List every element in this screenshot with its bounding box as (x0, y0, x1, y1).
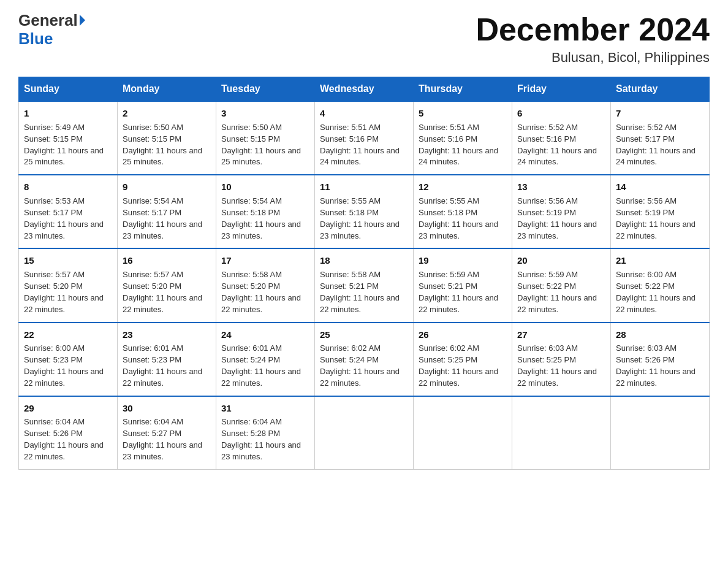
day-cell: 16Sunrise: 5:57 AMSunset: 5:20 PMDayligh… (118, 248, 216, 322)
day-cell: 28Sunrise: 6:03 AMSunset: 5:26 PMDayligh… (611, 323, 710, 396)
month-title: December 2024 (476, 12, 710, 47)
day-info: Sunrise: 6:00 AMSunset: 5:23 PMDaylight:… (24, 343, 104, 388)
day-cell: 25Sunrise: 6:02 AMSunset: 5:24 PMDayligh… (315, 323, 414, 396)
day-number: 28 (616, 328, 704, 342)
day-number: 29 (24, 402, 112, 415)
day-cell: 20Sunrise: 5:59 AMSunset: 5:22 PMDayligh… (512, 248, 611, 322)
day-info: Sunrise: 6:02 AMSunset: 5:25 PMDaylight:… (419, 343, 498, 388)
day-number: 20 (517, 254, 605, 267)
week-row-3: 15Sunrise: 5:57 AMSunset: 5:20 PMDayligh… (19, 248, 710, 322)
day-number: 6 (517, 107, 605, 120)
day-number: 14 (616, 180, 704, 194)
day-info: Sunrise: 5:55 AMSunset: 5:18 PMDaylight:… (320, 196, 400, 240)
day-cell: 30Sunrise: 6:04 AMSunset: 5:27 PMDayligh… (118, 396, 216, 470)
week-row-5: 29Sunrise: 6:04 AMSunset: 5:26 PMDayligh… (19, 396, 710, 470)
day-info: Sunrise: 6:00 AMSunset: 5:22 PMDaylight:… (616, 270, 696, 314)
day-cell: 17Sunrise: 5:58 AMSunset: 5:20 PMDayligh… (216, 248, 315, 322)
header-cell-monday: Monday (118, 77, 216, 102)
day-number: 31 (221, 402, 309, 415)
day-cell: 18Sunrise: 5:58 AMSunset: 5:21 PMDayligh… (315, 248, 414, 322)
day-info: Sunrise: 6:01 AMSunset: 5:24 PMDaylight:… (221, 343, 301, 388)
week-row-2: 8Sunrise: 5:53 AMSunset: 5:17 PMDaylight… (19, 175, 710, 248)
day-cell: 6Sunrise: 5:52 AMSunset: 5:16 PMDaylight… (512, 101, 611, 175)
calendar-header: SundayMondayTuesdayWednesdayThursdayFrid… (19, 77, 710, 102)
header-cell-thursday: Thursday (414, 77, 512, 102)
day-number: 7 (616, 107, 704, 120)
day-cell: 11Sunrise: 5:55 AMSunset: 5:18 PMDayligh… (315, 175, 414, 248)
day-info: Sunrise: 5:53 AMSunset: 5:17 PMDaylight:… (24, 196, 104, 240)
day-number: 15 (24, 254, 112, 267)
day-info: Sunrise: 5:52 AMSunset: 5:16 PMDaylight:… (517, 123, 597, 167)
day-cell: 23Sunrise: 6:01 AMSunset: 5:23 PMDayligh… (118, 323, 216, 396)
day-cell: 29Sunrise: 6:04 AMSunset: 5:26 PMDayligh… (19, 396, 118, 470)
day-info: Sunrise: 6:04 AMSunset: 5:26 PMDaylight:… (24, 417, 104, 461)
day-number: 8 (24, 180, 112, 194)
day-cell: 13Sunrise: 5:56 AMSunset: 5:19 PMDayligh… (512, 175, 611, 248)
header-cell-wednesday: Wednesday (315, 77, 414, 102)
day-info: Sunrise: 5:59 AMSunset: 5:22 PMDaylight:… (517, 270, 597, 314)
logo-blue-arrow (78, 12, 85, 28)
day-cell: 24Sunrise: 6:01 AMSunset: 5:24 PMDayligh… (216, 323, 315, 396)
day-cell: 21Sunrise: 6:00 AMSunset: 5:22 PMDayligh… (611, 248, 710, 322)
day-cell: 8Sunrise: 5:53 AMSunset: 5:17 PMDaylight… (19, 175, 118, 248)
day-info: Sunrise: 6:03 AMSunset: 5:26 PMDaylight:… (616, 343, 696, 388)
day-cell: 26Sunrise: 6:02 AMSunset: 5:25 PMDayligh… (414, 323, 512, 396)
day-cell: 22Sunrise: 6:00 AMSunset: 5:23 PMDayligh… (19, 323, 118, 396)
day-info: Sunrise: 5:57 AMSunset: 5:20 PMDaylight:… (123, 270, 202, 314)
day-cell: 9Sunrise: 5:54 AMSunset: 5:17 PMDaylight… (118, 175, 216, 248)
calendar-body: 1Sunrise: 5:49 AMSunset: 5:15 PMDaylight… (19, 101, 710, 469)
day-number: 23 (123, 328, 211, 342)
title-area: December 2024 Bulusan, Bicol, Philippine… (476, 12, 710, 66)
day-cell: 10Sunrise: 5:54 AMSunset: 5:18 PMDayligh… (216, 175, 315, 248)
day-info: Sunrise: 6:01 AMSunset: 5:23 PMDaylight:… (123, 343, 202, 388)
header-row: SundayMondayTuesdayWednesdayThursdayFrid… (19, 77, 710, 102)
day-info: Sunrise: 6:03 AMSunset: 5:25 PMDaylight:… (517, 343, 597, 388)
day-info: Sunrise: 6:02 AMSunset: 5:24 PMDaylight:… (320, 343, 400, 388)
logo: General Blue (18, 12, 85, 48)
day-number: 22 (24, 328, 112, 342)
day-cell (512, 396, 611, 470)
day-cell: 3Sunrise: 5:50 AMSunset: 5:15 PMDaylight… (216, 101, 315, 175)
day-number: 18 (320, 254, 408, 267)
day-cell: 14Sunrise: 5:56 AMSunset: 5:19 PMDayligh… (611, 175, 710, 248)
day-cell: 7Sunrise: 5:52 AMSunset: 5:17 PMDaylight… (611, 101, 710, 175)
day-number: 11 (320, 180, 408, 194)
day-cell (414, 396, 512, 470)
page-header: General Blue December 2024 Bulusan, Bico… (18, 12, 710, 66)
week-row-1: 1Sunrise: 5:49 AMSunset: 5:15 PMDaylight… (19, 101, 710, 175)
day-number: 2 (123, 107, 211, 120)
day-cell (611, 396, 710, 470)
day-cell: 2Sunrise: 5:50 AMSunset: 5:15 PMDaylight… (118, 101, 216, 175)
header-cell-tuesday: Tuesday (216, 77, 315, 102)
day-info: Sunrise: 6:04 AMSunset: 5:28 PMDaylight:… (221, 417, 301, 461)
day-cell: 27Sunrise: 6:03 AMSunset: 5:25 PMDayligh… (512, 323, 611, 396)
day-info: Sunrise: 5:50 AMSunset: 5:15 PMDaylight:… (221, 123, 301, 167)
day-info: Sunrise: 5:58 AMSunset: 5:21 PMDaylight:… (320, 270, 400, 314)
day-cell: 1Sunrise: 5:49 AMSunset: 5:15 PMDaylight… (19, 101, 118, 175)
location-title: Bulusan, Bicol, Philippines (476, 50, 710, 66)
day-cell (315, 396, 414, 470)
header-cell-saturday: Saturday (611, 77, 710, 102)
day-info: Sunrise: 5:54 AMSunset: 5:17 PMDaylight:… (123, 196, 202, 240)
day-info: Sunrise: 5:52 AMSunset: 5:17 PMDaylight:… (616, 123, 696, 167)
week-row-4: 22Sunrise: 6:00 AMSunset: 5:23 PMDayligh… (19, 323, 710, 396)
day-number: 16 (123, 254, 211, 267)
day-number: 25 (320, 328, 408, 342)
day-number: 30 (123, 402, 211, 415)
day-number: 4 (320, 107, 408, 120)
day-cell: 19Sunrise: 5:59 AMSunset: 5:21 PMDayligh… (414, 248, 512, 322)
day-number: 26 (419, 328, 507, 342)
day-number: 5 (419, 107, 507, 120)
day-info: Sunrise: 5:57 AMSunset: 5:20 PMDaylight:… (24, 270, 104, 314)
day-info: Sunrise: 5:56 AMSunset: 5:19 PMDaylight:… (517, 196, 597, 240)
day-number: 17 (221, 254, 309, 267)
calendar-table: SundayMondayTuesdayWednesdayThursdayFrid… (18, 77, 710, 470)
day-number: 24 (221, 328, 309, 342)
logo-general-text: General (18, 12, 78, 28)
day-info: Sunrise: 5:58 AMSunset: 5:20 PMDaylight:… (221, 270, 301, 314)
day-cell: 15Sunrise: 5:57 AMSunset: 5:20 PMDayligh… (19, 248, 118, 322)
day-info: Sunrise: 5:54 AMSunset: 5:18 PMDaylight:… (221, 196, 301, 240)
day-info: Sunrise: 5:51 AMSunset: 5:16 PMDaylight:… (419, 123, 498, 167)
day-info: Sunrise: 5:51 AMSunset: 5:16 PMDaylight:… (320, 123, 400, 167)
day-number: 9 (123, 180, 211, 194)
